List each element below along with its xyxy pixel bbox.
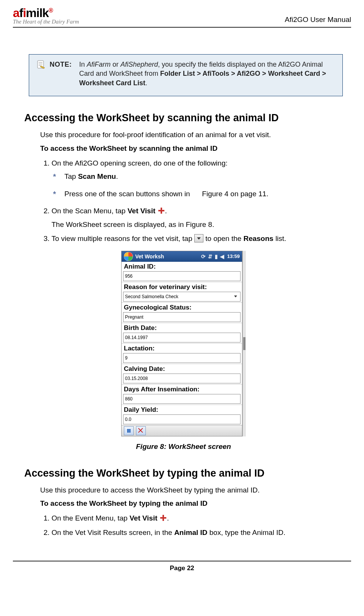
brand-tagline: The Heart of the Dairy Farm [13, 19, 79, 25]
chevron-down-icon [234, 295, 237, 297]
vet-visit-plus-icon [158, 207, 165, 214]
note-icon [36, 60, 46, 70]
substep-press-scan-button: Press one of the scan buttons shown in F… [53, 189, 343, 199]
device-field-value: 0.0 [123, 414, 241, 424]
device-field-label: Birth Date: [122, 323, 242, 333]
section-intro: Use this procedure for fool-proof identi… [40, 130, 343, 140]
substep-tap-scan-menu: Tap Scan Menu. [53, 171, 343, 182]
device-field-label: Daily Yield: [122, 405, 242, 414]
figure-caption: Figure 8: WorkSheet screen [24, 442, 343, 451]
step-3: To view multiple reasons for the vet vis… [52, 233, 343, 244]
page-header: afimilk® The Heart of the Dairy Farm Afi… [13, 7, 351, 28]
procedure-steps: On the Afi2GO opening screen, do one of … [40, 158, 343, 244]
document-title: Afi2GO User Manual [285, 16, 351, 24]
brand-logo: afimilk® The Heart of the Dairy Farm [13, 7, 79, 25]
procedure-title-2: To access the WorkSheet by typing the an… [40, 499, 343, 508]
device-title: Vet Worksh [135, 253, 199, 260]
network-icon: ⇵ [208, 253, 212, 260]
svg-rect-7 [160, 517, 166, 519]
device-field-label: Gynecological Status: [122, 302, 242, 312]
device-field-value: 08.14.1997 [123, 333, 241, 342]
device-field-label: Calving Date: [122, 364, 242, 374]
dropdown-arrow-icon [194, 234, 203, 242]
step-1: On the Afi2GO opening screen, do one of … [52, 158, 343, 199]
sync-icon: ⟳ [201, 253, 206, 260]
device-field-value[interactable]: Second Salmonella Check [123, 292, 241, 302]
page-footer: Page 22 [13, 561, 351, 572]
wifi-icon: ▮ [215, 253, 218, 260]
section-intro-2: Use this procedure to access the WorkShe… [40, 485, 343, 495]
note-callout: NOTE: In AfiFarm or AfiShepherd, you spe… [29, 54, 343, 96]
device-titlebar: Vet Worksh ⟳ ⇵ ▮ ◀ 13:59 [122, 251, 242, 262]
procedure-steps-2: On the Event Menu, tap Vet Visit . On th… [40, 513, 343, 538]
device-field-value: 860 [123, 394, 241, 404]
section-heading-2: Accessing the WorkSheet by typing the an… [24, 467, 343, 479]
device-scrollbar[interactable] [242, 251, 246, 436]
note-text: In AfiFarm or AfiShepherd, you specify t… [79, 60, 336, 88]
note-label: NOTE: [50, 60, 79, 88]
device-field-value: 03.15.2008 [123, 374, 241, 383]
device-field-label: Lactation: [122, 343, 242, 353]
worksheet-screenshot: Vet Worksh ⟳ ⇵ ▮ ◀ 13:59 Animal ID:956Re… [121, 251, 246, 436]
section-heading: Accessing the WorkSheet by scanning the … [24, 112, 343, 124]
device-field-label: Days After Insemination: [122, 384, 242, 394]
device-field-value: 9 [123, 353, 241, 363]
step2-1: On the Event Menu, tap Vet Visit . [52, 513, 343, 524]
device-field-label: Animal ID: [122, 262, 242, 271]
volume-icon: ◀ [220, 253, 224, 260]
step2-2: On the Vet Visit Results screen, in the … [52, 527, 343, 538]
save-button[interactable] [124, 426, 134, 435]
device-clock: 13:59 [227, 253, 240, 259]
procedure-title: To access the WorkSheet by scanning the … [40, 144, 343, 153]
device-field-label: Reason for veterinary visit: [122, 282, 242, 292]
step-2: On the Scan Menu, tap Vet Visit . The Wo… [52, 206, 343, 230]
device-field-value: Pregnant [123, 312, 241, 322]
vet-visit-plus-icon [159, 514, 167, 522]
close-button[interactable] [136, 426, 146, 435]
svg-rect-5 [158, 210, 164, 211]
device-field-value: 956 [123, 271, 241, 281]
device-bottom-bar [122, 425, 242, 436]
start-button-icon [124, 252, 133, 261]
